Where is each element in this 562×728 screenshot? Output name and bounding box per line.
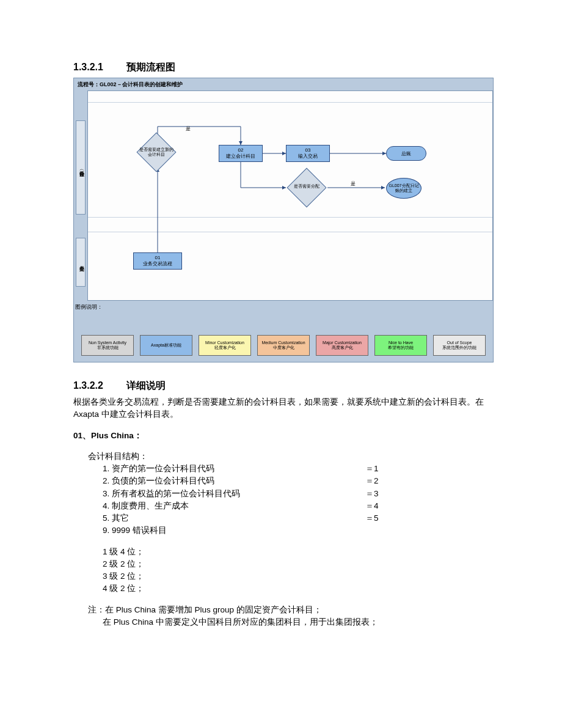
- detail-struct-label: 会计科目结构：: [88, 450, 495, 463]
- level-line: 4 级 2 位；: [103, 583, 495, 595]
- legend-line2: 非系统功能: [97, 345, 119, 350]
- detail-row: 5. 其它 ＝5: [103, 512, 495, 524]
- row-key: 所有者权益的第一位会计科目代码: [112, 489, 240, 498]
- legend-row: Non System Activity 非系统功能 Axapta标准功能 Min…: [81, 335, 486, 356]
- row-val: ＝5: [365, 512, 379, 524]
- row-val: ＝3: [365, 488, 379, 500]
- edge-label-yes: 是: [186, 125, 191, 132]
- detail-note2: 在 Plus China 中需要定义中国科目所对应的集团科目，用于出集团报表；: [103, 616, 495, 628]
- sub-text: GL007分配日记账的建立: [387, 183, 421, 193]
- section-heading-flowchart: 1.3.2.1 预期流程图: [73, 61, 495, 74]
- level-line: 2 级 2 位；: [103, 558, 495, 570]
- detail-intro: 根据各类业务交易流程，判断是否需要建立新的会计科目表，如果需要，就要系统中建立新…: [73, 396, 495, 421]
- lane-divider: [88, 217, 492, 218]
- proc-num: 03: [305, 147, 311, 153]
- row-key: 9999 错误科目: [112, 526, 167, 535]
- legend-axapta-standard: Axapta标准功能: [140, 335, 192, 356]
- row-num: 4.: [103, 501, 109, 510]
- legend-medium-customization: Medium Customization 中度客户化: [257, 335, 310, 356]
- heading-num: 1.3.2.1: [73, 62, 103, 72]
- detail-levels: 1 级 4 位； 2 级 2 位； 3 级 2 位； 4 级 2 位；: [88, 546, 495, 595]
- row-num: 2.: [103, 476, 109, 485]
- row-key: 其它: [112, 513, 129, 523]
- detail-row: 3. 所有者权益的第一位会计科目代码 ＝3: [103, 488, 495, 500]
- process-01-business-txn: 01 业务交易流程: [133, 252, 182, 270]
- process-02-create-account: 02 建立会计科目: [219, 145, 263, 162]
- detail-row: 4. 制度费用、生产成本 ＝4: [103, 500, 495, 512]
- legend-non-system: Non System Activity 非系统功能: [81, 335, 134, 356]
- proc-num: 01: [155, 255, 161, 260]
- heading-title: 详细说明: [126, 380, 166, 391]
- heading-num: 1.3.2.2: [73, 380, 103, 391]
- legend-line1: Axapta标准功能: [151, 343, 181, 348]
- terminator-general-ledger: 总账: [386, 146, 426, 161]
- detail-row: 2. 负债的第一位会计科目代码 ＝2: [103, 475, 495, 487]
- row-val: ＝1: [365, 463, 379, 475]
- row-num: 1.: [103, 464, 109, 473]
- legend-line1: Out of Scope: [447, 340, 472, 345]
- row-key: 资产的第一位会计科目代码: [112, 464, 214, 473]
- detail-row: 1. 资产的第一位会计科目代码 ＝1: [103, 463, 495, 475]
- legend-line1: Non System Activity: [89, 340, 126, 345]
- decision-need-new-account: 是否需要建立新的会计科目: [138, 140, 175, 164]
- row-val: ＝2: [365, 475, 379, 487]
- legend-line2: 轻度客户化: [214, 345, 236, 350]
- edge-label-yes: 是: [351, 180, 356, 187]
- flowchart-canvas: 会计（独立公司） 业务交易: [87, 90, 493, 301]
- proc-label: 业务交易流程: [143, 260, 172, 267]
- legend-line1: Medium Customization: [261, 340, 305, 345]
- row-key: 制度费用、生产成本: [112, 501, 189, 510]
- swimlane-label-accounting: 会计（独立公司）: [76, 120, 86, 215]
- row-val: ＝4: [365, 500, 379, 512]
- subprocess-gl007: GL007分配日记账的建立: [386, 178, 422, 199]
- row-num: 9.: [103, 526, 109, 535]
- proc-label: 输入交易: [298, 153, 318, 160]
- process-03-enter-txn: 03 输入交易: [286, 145, 330, 162]
- proc-num: 02: [238, 147, 244, 153]
- row-num: 3.: [103, 489, 109, 498]
- lane-divider: [88, 102, 492, 103]
- lane-divider: [88, 232, 492, 232]
- level-line: 1 级 4 位；: [103, 546, 495, 558]
- detail-note1: 注：在 Plus China 需要增加 Plus group 的固定资产会计科目…: [88, 604, 495, 616]
- legend-line1: Major Customization: [323, 340, 362, 345]
- section-heading-detail: 1.3.2.2 详细说明: [73, 380, 495, 392]
- legend-line1: Minor Customization: [205, 340, 244, 345]
- legend-line1: Nice to Have: [389, 340, 413, 345]
- legend-line2: 希望有的功能: [388, 345, 414, 350]
- detail-subhead: 01、Plus China：: [73, 430, 495, 442]
- detail-row: 9. 9999 错误科目: [103, 524, 495, 537]
- legend-line2: 中度客户化: [273, 345, 294, 350]
- legend-out-of-scope: Out of Scope 系统范围外的功能: [433, 335, 486, 356]
- decision-text: 是否需要分配: [288, 184, 325, 189]
- flowchart-titlebar: 流程号：GL002－会计科目表的创建和维护: [74, 78, 493, 91]
- row-key: 负债的第一位会计科目代码: [112, 476, 214, 485]
- legend-label: 图例说明：: [75, 303, 103, 311]
- legend-line2: 高度客户化: [332, 345, 353, 350]
- proc-label: 建立会计科目: [226, 153, 255, 160]
- swimlane-label-business: 业务交易: [76, 238, 86, 287]
- legend-major-customization: Major Customization 高度客户化: [316, 335, 368, 356]
- flowchart-container: 流程号：GL002－会计科目表的创建和维护 会计（独立公司） 业务交易: [73, 78, 494, 362]
- legend-nice-to-have: Nice to Have 希望有的功能: [374, 335, 427, 356]
- level-line: 3 级 2 位；: [103, 570, 495, 583]
- detail-rows: 1. 资产的第一位会计科目代码 ＝1 2. 负债的第一位会计科目代码 ＝2 3.…: [88, 463, 495, 537]
- decision-text: 是否需要建立新的会计科目: [138, 147, 175, 156]
- decision-need-allocation: 是否需要分配: [288, 175, 325, 200]
- row-num: 5.: [103, 513, 109, 523]
- legend-line2: 系统范围外的功能: [442, 345, 476, 350]
- terminator-text: 总账: [401, 150, 411, 157]
- heading-title: 预期流程图: [126, 62, 175, 72]
- legend-minor-customization: Minor Customization 轻度客户化: [199, 335, 251, 356]
